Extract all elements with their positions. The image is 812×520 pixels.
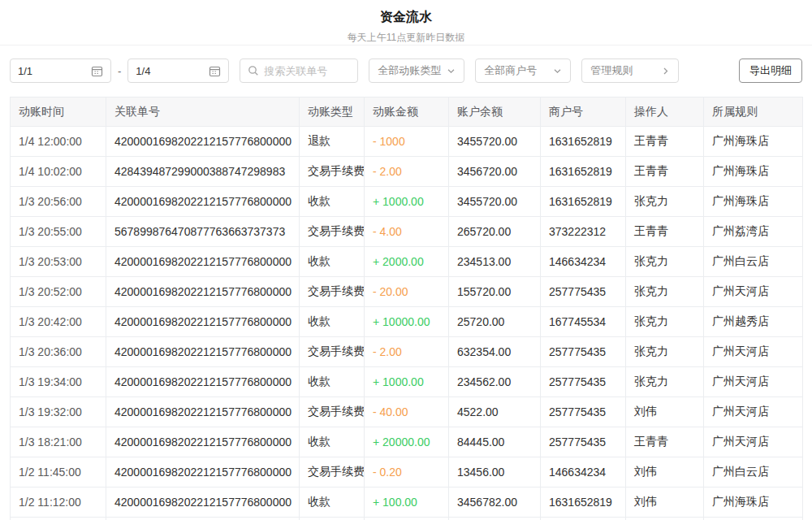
cell-order-no: 4200001698202212157776800000 bbox=[106, 307, 300, 337]
cell-type: 交易手续费 bbox=[300, 277, 365, 307]
cell-order-no: 567899876470877763663737373 bbox=[106, 217, 300, 247]
col-header-balance: 账户余额 bbox=[449, 98, 541, 127]
search-input[interactable] bbox=[264, 65, 353, 77]
table-row: 1/3 20:42:00 420000169820221215777680000… bbox=[11, 307, 803, 337]
cell-balance: 3456782.00 bbox=[449, 488, 541, 518]
cell-amount: - 0.20 bbox=[365, 457, 449, 488]
type-filter-select[interactable]: 全部动账类型 bbox=[369, 58, 464, 83]
cell-merchant-id: 257775435 bbox=[541, 277, 626, 307]
cell-operator: 张克力 bbox=[626, 337, 704, 367]
table-row: 1/4 12:00:00 420000169820221215777680000… bbox=[11, 127, 803, 157]
cell-type: 收款 bbox=[300, 247, 365, 277]
cell-order-no: 4200001698202212157776800000 bbox=[106, 367, 300, 397]
cell-rule: 广州海珠店 bbox=[704, 187, 803, 217]
cell-amount: - 2.00 bbox=[365, 337, 449, 367]
col-header-order-no: 关联单号 bbox=[106, 98, 300, 127]
cell-order-no: 4200001698202212157776800000 bbox=[106, 457, 300, 488]
cell-rule: 广州海珠店 bbox=[704, 488, 803, 518]
cell-merchant-id: 257775435 bbox=[541, 427, 626, 457]
cell-type: 收款 bbox=[300, 187, 365, 217]
cell-rule: 广州天河店 bbox=[704, 337, 803, 367]
cell-operator: 王青青 bbox=[626, 157, 704, 187]
search-icon bbox=[248, 65, 259, 76]
cell-amount: + 10000.00 bbox=[365, 307, 449, 337]
cell-order-no: 4200001698202212157776800000 bbox=[106, 488, 300, 518]
cell-amount: - 1000 bbox=[365, 127, 449, 157]
cell-rule: 广州天河店 bbox=[704, 277, 803, 307]
type-filter-value: 全部动账类型 bbox=[378, 63, 441, 78]
cell-type: 退款 bbox=[300, 127, 365, 157]
table-row-partial bbox=[11, 518, 803, 520]
manage-rules-label: 管理规则 bbox=[590, 63, 633, 78]
cell-balance: 155720.00 bbox=[449, 277, 541, 307]
table-body: 1/4 12:00:00 420000169820221215777680000… bbox=[11, 127, 803, 518]
cell-rule: 广州白云店 bbox=[704, 247, 803, 277]
col-header-amount: 动账金额 bbox=[365, 98, 449, 127]
calendar-icon bbox=[91, 65, 103, 77]
export-details-button[interactable]: 导出明细 bbox=[739, 58, 802, 83]
chevron-down-icon bbox=[447, 67, 456, 76]
cell-time: 1/3 20:42:00 bbox=[11, 307, 106, 337]
cell-balance: 265720.00 bbox=[449, 217, 541, 247]
table-row: 1/4 10:02:00 428439487299000388747298983… bbox=[11, 157, 803, 187]
cell-order-no: 4200001698202212157776800000 bbox=[106, 247, 300, 277]
cell-time: 1/3 20:52:00 bbox=[11, 277, 106, 307]
cell-empty bbox=[365, 518, 449, 520]
cell-operator: 王青青 bbox=[626, 427, 704, 457]
cell-merchant-id: 1631652819 bbox=[541, 488, 626, 518]
cell-merchant-id: 1631652819 bbox=[541, 157, 626, 187]
chevron-down-icon bbox=[553, 67, 562, 76]
cell-operator: 王青青 bbox=[626, 127, 704, 157]
cell-balance: 4522.00 bbox=[449, 397, 541, 427]
cell-type: 交易手续费 bbox=[300, 157, 365, 187]
cell-empty bbox=[626, 518, 704, 520]
cell-merchant-id: 257775435 bbox=[541, 337, 626, 367]
cell-amount: + 100.00 bbox=[365, 488, 449, 518]
page-header: 资金流水 每天上午11点更新昨日数据 bbox=[0, 0, 812, 46]
cell-time: 1/3 19:34:00 bbox=[11, 367, 106, 397]
cell-time: 1/3 20:55:00 bbox=[11, 217, 106, 247]
cell-balance: 3456720.00 bbox=[449, 157, 541, 187]
cell-amount: + 1000.00 bbox=[365, 187, 449, 217]
merchant-filter-select[interactable]: 全部商户号 bbox=[475, 58, 571, 83]
cell-operator: 张克力 bbox=[626, 307, 704, 337]
manage-rules-button[interactable]: 管理规则 bbox=[581, 58, 679, 83]
cell-operator: 王青青 bbox=[626, 217, 704, 247]
cell-operator: 刘伟 bbox=[626, 457, 704, 488]
cell-operator: 刘伟 bbox=[626, 488, 704, 518]
cell-balance: 234513.00 bbox=[449, 247, 541, 277]
cell-operator: 张克力 bbox=[626, 247, 704, 277]
table-row: 1/3 20:56:00 420000169820221215777680000… bbox=[11, 187, 803, 217]
cell-type: 交易手续费 bbox=[300, 397, 365, 427]
table-row: 1/3 20:55:00 567899876470877763663737373… bbox=[11, 217, 803, 247]
cell-operator: 张克力 bbox=[626, 277, 704, 307]
cell-time: 1/3 20:56:00 bbox=[11, 187, 106, 217]
page-subtitle: 每天上午11点更新昨日数据 bbox=[0, 31, 812, 45]
cell-order-no: 4200001698202212157776800000 bbox=[106, 337, 300, 367]
col-header-type: 动账类型 bbox=[300, 98, 365, 127]
search-box bbox=[240, 58, 358, 83]
cell-order-no: 4200001698202212157776800000 bbox=[106, 277, 300, 307]
cell-merchant-id: 1631652819 bbox=[541, 127, 626, 157]
cell-time: 1/4 10:02:00 bbox=[11, 157, 106, 187]
cell-amount: - 2.00 bbox=[365, 157, 449, 187]
cell-time: 1/3 20:36:00 bbox=[11, 337, 106, 367]
cell-empty bbox=[541, 518, 626, 520]
cell-merchant-id: 373222312 bbox=[541, 217, 626, 247]
table-row: 1/3 19:32:00 420000169820221215777680000… bbox=[11, 397, 803, 427]
cell-type: 收款 bbox=[300, 307, 365, 337]
date-end-value: 1/4 bbox=[136, 65, 150, 77]
date-end-picker[interactable]: 1/4 bbox=[127, 58, 229, 83]
date-start-value: 1/1 bbox=[18, 65, 32, 77]
cell-balance: 84445.00 bbox=[449, 427, 541, 457]
date-start-picker[interactable]: 1/1 bbox=[10, 58, 111, 83]
cell-time: 1/3 18:21:00 bbox=[11, 427, 106, 457]
cell-operator: 张克力 bbox=[626, 187, 704, 217]
cell-order-no: 4200001698202212157776800000 bbox=[106, 427, 300, 457]
table-row: 1/3 19:34:00 420000169820221215777680000… bbox=[11, 367, 803, 397]
cell-rule: 广州海珠店 bbox=[704, 157, 803, 187]
cell-type: 交易手续费 bbox=[300, 457, 365, 488]
cell-order-no: 4200001698202212157776800000 bbox=[106, 127, 300, 157]
cell-rule: 广州白云店 bbox=[704, 457, 803, 488]
col-header-time: 动账时间 bbox=[11, 98, 106, 127]
